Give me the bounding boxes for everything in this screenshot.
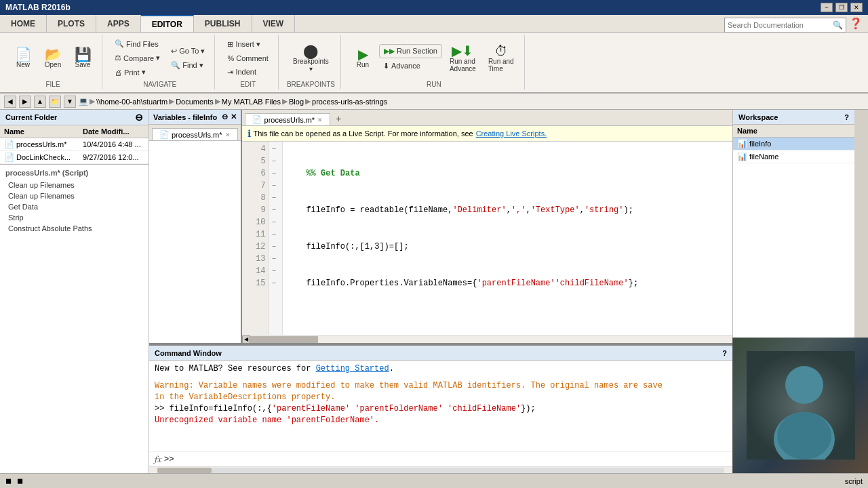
find-files-button[interactable]: 🔍 Find Files <box>111 37 164 50</box>
folder-row[interactable]: 📄processUrls.m* 10/4/2016 4:48 ... <box>0 138 149 151</box>
new-tab-button[interactable]: + <box>330 112 347 125</box>
path-documents[interactable]: Documents <box>176 98 214 106</box>
section-item-strip[interactable]: Strip <box>5 212 143 223</box>
path-root-icon: 💻 <box>79 97 88 106</box>
file-group-label: FILE <box>45 81 60 89</box>
browse-button[interactable]: ▼ <box>64 96 76 108</box>
goto-button[interactable]: ↩ Go To ▾ <box>167 45 209 58</box>
section-item-construct-paths[interactable]: Construct Absolute Paths <box>5 223 143 234</box>
editor-tab-process-urls[interactable]: 📄 processUrls.m* ✕ <box>245 113 331 125</box>
up-button[interactable]: ▲ <box>34 96 46 108</box>
command-horizontal-scrollbar[interactable] <box>149 466 732 473</box>
help-button[interactable]: ❓ <box>849 17 863 30</box>
line-dashes: – – – – – – – – – – – – <box>269 142 283 335</box>
tab-editor[interactable]: EDITOR <box>141 15 194 32</box>
goto-dropdown-icon: ▾ <box>201 47 205 56</box>
navigate-buttons: 🔍 Find Files ⚖ Compare ▾ 🖨 Print ▾ ↩ Go <box>111 35 209 81</box>
tab-apps[interactable]: APPS <box>96 15 141 32</box>
run-advance-icon: ▶⬇ <box>452 44 473 58</box>
file-icon-2: 📄 <box>4 152 14 162</box>
editor-code-area[interactable]: 4 5 6 7 8 9 10 11 12 13 14 15 – <box>242 142 732 335</box>
tab-home[interactable]: HOME <box>0 15 47 32</box>
save-button[interactable]: 💾 Save <box>69 45 96 71</box>
folder-row-2[interactable]: 📄DocLinkCheck... 9/27/2016 12:0... <box>0 151 149 164</box>
getting-started-link[interactable]: Getting Started <box>316 364 389 373</box>
h-scroll-left-button[interactable]: ◀ <box>242 336 250 344</box>
sections-title: processUrls.m* (Script) <box>5 169 143 177</box>
section-item-cleanup-filenames[interactable]: Clean up Filenames <box>5 180 143 190</box>
workspace-cell-fileinfo[interactable]: 📊fileInfo <box>733 138 854 150</box>
line-num-14: 14 <box>245 265 266 277</box>
tab-publish[interactable]: PUBLISH <box>194 15 252 32</box>
back-button[interactable]: ◀ <box>4 96 16 108</box>
variables-content-area <box>149 141 241 343</box>
breakpoints-buttons: ⬤ Breakpoints ▾ <box>288 35 334 81</box>
restore-button[interactable]: ❐ <box>835 3 848 12</box>
breakpoints-button[interactable]: ⬤ Breakpoints ▾ <box>288 41 334 75</box>
run-icon: ▶ <box>358 47 368 61</box>
insert-label: Insert <box>235 40 254 48</box>
new-button[interactable]: 📄 New <box>9 45 37 71</box>
tab-view[interactable]: VIEW <box>252 15 296 32</box>
addressbar: ◀ ▶ ▲ 📁 ▼ 💻 ▶ \\home-00-ah\stuartm ▶ Doc… <box>0 94 868 110</box>
insert-button[interactable]: ⊞ Insert ▾ <box>223 38 272 51</box>
workspace-row-fileinfo[interactable]: 📊fileInfo <box>733 138 854 150</box>
section-item-get-data[interactable]: Get Data <box>5 201 143 212</box>
open-button[interactable]: 📂 Open <box>39 45 66 71</box>
close-button[interactable]: ✕ <box>850 3 863 12</box>
command-input[interactable] <box>174 455 727 464</box>
path-home[interactable]: \\home-00-ah\stuartm <box>96 98 167 106</box>
h-scroll-thumb[interactable] <box>250 336 318 343</box>
run-group-label: RUN <box>427 81 441 89</box>
print-button[interactable]: 🖨 Print ▾ <box>111 66 164 79</box>
current-folder-minimize-icon[interactable]: ⊖ <box>135 112 143 123</box>
cmd-scroll-thumb[interactable] <box>157 468 212 473</box>
run-time-button[interactable]: ⏱ Run andTime <box>484 41 519 75</box>
navigate-group-label: NAVIGATE <box>143 81 176 89</box>
workspace-cell-filename[interactable]: 📊fileName <box>733 150 854 163</box>
folder-row-name[interactable]: 📄processUrls.m* <box>0 138 79 151</box>
find-button[interactable]: 🔍 Find ▾ <box>167 59 209 72</box>
code-content[interactable]: %% Get Data fileInfo = readtable(fileNam… <box>283 142 732 335</box>
run-section-button[interactable]: ▶▶ Run Section <box>379 44 442 58</box>
command-window-content[interactable]: New to MATLAB? See resources for Getting… <box>149 361 732 451</box>
minimize-button[interactable]: − <box>821 3 833 12</box>
search-input[interactable] <box>728 21 833 29</box>
var-tab-close[interactable]: ✕ <box>225 131 231 138</box>
tab-plots[interactable]: PLOTS <box>47 15 96 32</box>
comment-button[interactable]: % Comment <box>223 52 272 64</box>
indent-button[interactable]: ⇥ Indent <box>223 66 272 79</box>
run-advance-button[interactable]: ▶⬇ Run andAdvance <box>445 41 481 75</box>
path-matlab-files[interactable]: My MATLAB Files <box>222 98 281 106</box>
path-blog[interactable]: Blog <box>289 98 304 106</box>
workspace-row-filename[interactable]: 📊fileName <box>733 150 854 163</box>
status-icon-2: ◼ <box>17 476 23 485</box>
forward-button[interactable]: ▶ <box>19 96 31 108</box>
editor-tab-close[interactable]: ✕ <box>317 117 323 123</box>
line-numbers: 4 5 6 7 8 9 10 11 12 13 14 15 <box>242 142 269 335</box>
breakpoints-dropdown-icon: ▾ <box>309 65 313 73</box>
advance-button[interactable]: ⬇ Advance <box>379 60 442 73</box>
section-item-cleanup-filenames-2[interactable]: Clean up Filenames <box>5 190 143 201</box>
path-process-urls[interactable]: process-urls-as-strings <box>312 98 387 106</box>
workspace-col-name: Name <box>733 125 854 138</box>
comment-icon: % <box>227 54 234 62</box>
run-section-icon: ▶▶ <box>384 47 395 56</box>
cmd-help-icon[interactable]: ? <box>722 349 727 357</box>
var-tab-process-urls[interactable]: 📄 processUrls.m* ✕ <box>152 128 238 140</box>
workspace-help-icon[interactable]: ? <box>844 113 849 121</box>
info-link[interactable]: Creating Live Scripts. <box>476 129 547 138</box>
run-button[interactable]: ▶ Run <box>349 45 376 71</box>
var-panel-min-icon[interactable]: ⊖ <box>222 113 228 121</box>
folder-icon-btn[interactable]: 📁 <box>49 96 61 108</box>
webcam-placeholder <box>733 338 868 473</box>
search-box[interactable]: 🔍 <box>724 18 846 33</box>
var-panel-close-icon[interactable]: ✕ <box>231 113 237 121</box>
goto-label: Go To <box>179 47 199 55</box>
editor-horizontal-scrollbar[interactable]: ◀ ▶ <box>242 335 732 343</box>
open-label: Open <box>45 61 61 68</box>
new-label: New <box>16 61 30 68</box>
folder-row-name-2[interactable]: 📄DocLinkCheck... <box>0 151 79 164</box>
compare-button[interactable]: ⚖ Compare ▾ <box>111 52 164 64</box>
nav-col2: ↩ Go To ▾ 🔍 Find ▾ <box>167 45 209 72</box>
